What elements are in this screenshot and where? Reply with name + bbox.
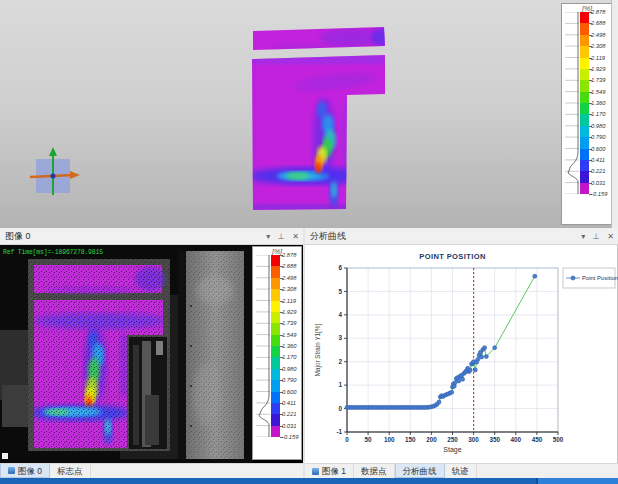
svg-text:100: 100 <box>384 436 395 443</box>
chart-panel-title: 分析曲线 <box>310 231 346 241</box>
svg-text:0: 0 <box>338 405 342 412</box>
left-tabbar: 图像 0标志点 <box>0 463 303 478</box>
legend-tick-label: -0.159 <box>282 434 298 440</box>
legend-histogram <box>256 255 270 437</box>
legend-tick-label: 1.929 <box>591 66 606 72</box>
legend-tick-label: 0.790 <box>282 377 297 383</box>
legend-color-cell <box>271 266 280 277</box>
svg-text:4: 4 <box>338 311 342 318</box>
legend-color-cell <box>580 183 589 194</box>
svg-text:3: 3 <box>338 334 342 341</box>
legend-tick-label: 1.170 <box>591 111 606 117</box>
legend-tick-label: 2.119 <box>591 55 605 61</box>
legend-color-cell <box>271 369 280 380</box>
legend-color-cell <box>271 323 280 334</box>
right-tabbar: 图像 1数据点分析曲线轨迹 <box>305 463 618 478</box>
taskbar[interactable] <box>0 478 618 484</box>
svg-text:450: 450 <box>532 436 543 443</box>
ref-time-overlay: Ref Time[ms]=-18967278.9815 <box>3 249 103 256</box>
legend-tick-label: 2.498 <box>282 275 297 281</box>
panel-pin-icon[interactable]: ⊥ <box>593 228 600 245</box>
legend-tick-label: 2.878 <box>591 9 606 15</box>
svg-text:Point Position 1: Point Position 1 <box>582 275 618 281</box>
panel-menu-icon[interactable]: ▾ <box>581 228 585 245</box>
svg-text:Major Strain Y1[%]: Major Strain Y1[%] <box>314 324 322 377</box>
tab-2[interactable]: 分析曲线 <box>395 464 445 478</box>
legend-color-cell <box>580 171 589 182</box>
legend-color-cell <box>580 35 589 46</box>
legend-color-cell <box>271 278 280 289</box>
legend-tick-label: 0.031 <box>282 423 297 429</box>
svg-text:200: 200 <box>426 436 437 443</box>
viewport-3d[interactable]: [%]2.8782.6882.4982.3082.1191.9291.7391.… <box>0 0 618 228</box>
legend-color-cell <box>271 392 280 403</box>
panel-pin-icon[interactable]: ⊥ <box>278 228 285 245</box>
legend-tick-label: 0.221 <box>282 411 297 417</box>
legend-color-cell <box>580 114 589 125</box>
legend-tick-label: 0.600 <box>591 146 606 152</box>
point-position-chart: POINT POSITION05010015020025030035040045… <box>305 245 618 463</box>
tab-1[interactable]: 数据点 <box>354 464 395 478</box>
legend-tick-label: 2.688 <box>282 263 297 269</box>
legend-tick-label: 1.739 <box>282 320 297 326</box>
legend-tick-label: 1.360 <box>282 343 297 349</box>
legend-tick-label: 0.411 <box>591 157 605 163</box>
legend-tick-label: 2.498 <box>591 32 606 38</box>
legend-tick-label: 0.031 <box>591 180 606 186</box>
legend-color-cell <box>580 46 589 57</box>
legend-color-cell <box>271 357 280 368</box>
legend-tick-label: -0.159 <box>591 191 607 197</box>
analysis-curve-panel[interactable]: POINT POSITION05010015020025030035040045… <box>305 245 618 463</box>
specimen-strain-field <box>0 0 618 228</box>
legend-tick-label: 2.119 <box>282 298 296 304</box>
legend-tick-label: 0.600 <box>282 389 297 395</box>
image-panel-title: 图像 0 <box>5 231 31 241</box>
legend-color-cell <box>580 12 589 23</box>
svg-text:300: 300 <box>468 436 479 443</box>
chart-panel-header: 分析曲线 ▾ ⊥ ✕ <box>305 228 618 245</box>
legend-color-cell <box>271 380 280 391</box>
legend-tick-label: 0.221 <box>591 168 606 174</box>
camera-image <box>0 245 252 463</box>
image-panel-header: 图像 0 ▾ ⊥ ✕ <box>0 228 303 245</box>
legend-color-cell <box>580 69 589 80</box>
svg-text:1: 1 <box>338 381 342 388</box>
legend-color-cell <box>271 426 280 437</box>
legend-color-cell <box>580 160 589 171</box>
legend-tick-label: 1.739 <box>591 77 606 83</box>
camera-image-panel[interactable]: Ref Time[ms]=-18967278.9815 [%]2.8782.68… <box>0 245 303 463</box>
colorbar-legend-3d: [%]2.8782.6882.4982.3082.1191.9291.7391.… <box>561 3 613 225</box>
svg-text:5: 5 <box>338 288 342 295</box>
legend-tick-label: 1.549 <box>591 89 606 95</box>
svg-text:50: 50 <box>365 436 373 443</box>
svg-text:-1: -1 <box>336 428 342 435</box>
legend-color-cell <box>580 137 589 148</box>
panel-close-icon[interactable]: ✕ <box>607 228 614 245</box>
legend-color-cell <box>580 149 589 160</box>
legend-tick-label: 0.980 <box>282 366 297 372</box>
legend-tick-label: 2.878 <box>282 252 297 258</box>
tab-0[interactable]: 图像 1 <box>305 464 354 478</box>
legend-tick-label: 2.308 <box>591 43 606 49</box>
tab-1[interactable]: 标志点 <box>50 464 91 478</box>
tab-0[interactable]: 图像 0 <box>0 464 50 478</box>
axis-gizmo-icon <box>22 143 84 205</box>
tab-3[interactable]: 轨迹 <box>445 464 477 478</box>
panel-menu-icon[interactable]: ▾ <box>266 228 270 245</box>
legend-tick-label: 1.549 <box>282 332 297 338</box>
svg-text:150: 150 <box>405 436 416 443</box>
legend-color-cell <box>271 403 280 414</box>
colorbar-legend-image: [%]2.8782.6882.4982.3082.1191.9291.7391.… <box>252 246 302 460</box>
legend-color-cell <box>271 346 280 357</box>
collapsed-panel-strip[interactable] <box>611 0 618 228</box>
legend-tick-label: 1.929 <box>282 309 297 315</box>
legend-color-cell <box>271 289 280 300</box>
legend-color-cell <box>271 301 280 312</box>
legend-color-cell <box>580 103 589 114</box>
svg-text:400: 400 <box>511 436 522 443</box>
svg-text:Stage: Stage <box>443 446 461 454</box>
legend-tick-label: 1.170 <box>282 354 297 360</box>
svg-text:6: 6 <box>338 264 342 271</box>
legend-color-cell <box>580 126 589 137</box>
panel-close-icon[interactable]: ✕ <box>292 228 299 245</box>
